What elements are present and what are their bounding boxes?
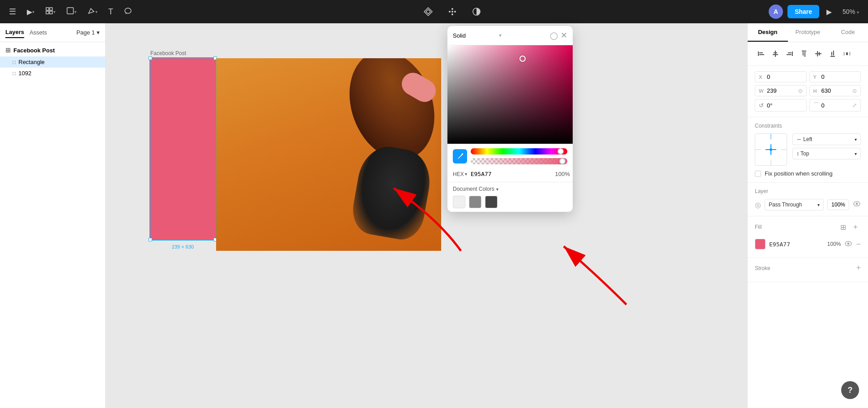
- page-label: Page 1: [77, 29, 95, 36]
- avatar-letter: A: [774, 8, 778, 15]
- frame-box[interactable]: 239 × 630: [150, 58, 441, 251]
- chevron-down-icon-ch: ▾: [855, 137, 857, 142]
- tab-design[interactable]: Design: [748, 23, 788, 42]
- hex-input[interactable]: [471, 171, 546, 177]
- constraint-h-select[interactable]: ↔ Left ▾: [792, 133, 861, 145]
- rect-selection[interactable]: 239 × 630: [150, 58, 215, 240]
- layer-item-rectangle[interactable]: □ Rectangle: [0, 56, 105, 68]
- align-right-button[interactable]: [783, 47, 796, 60]
- chevron-down-icon-blend: ▾: [817, 202, 820, 207]
- fill-opacity-value[interactable]: 100%: [827, 241, 841, 247]
- text-tool-button[interactable]: T: [105, 4, 117, 19]
- fill-add-button[interactable]: +: [850, 222, 861, 232]
- menu-button[interactable]: ☰: [5, 4, 20, 19]
- handle-bl[interactable]: [149, 238, 152, 241]
- hex-type-button[interactable]: HEX ▾: [453, 171, 467, 177]
- align-bottom-button[interactable]: [826, 47, 839, 60]
- svg-rect-31: [844, 52, 844, 56]
- grid-icon: ⊞: [5, 47, 11, 54]
- alpha-slider[interactable]: [471, 158, 567, 164]
- h-field: H ⊙: [809, 85, 861, 96]
- fill-color-swatch[interactable]: [755, 239, 766, 249]
- frame-tool-button[interactable]: ▾: [42, 4, 59, 20]
- y-input[interactable]: [821, 73, 857, 80]
- svg-rect-0: [46, 8, 49, 10]
- x-field: X: [755, 71, 807, 82]
- color-gradient[interactable]: [447, 45, 573, 144]
- w-input[interactable]: [767, 87, 796, 94]
- assets-tab[interactable]: Assets: [30, 27, 47, 38]
- size-label: 239 × 630: [150, 244, 215, 249]
- layer-group-facebook-post[interactable]: ⊞ Facebook Post: [0, 44, 105, 56]
- picker-style-icon[interactable]: ◯: [550, 31, 558, 40]
- fill-remove-button[interactable]: −: [856, 240, 861, 249]
- grid-icon-button[interactable]: [444, 4, 461, 19]
- picker-close-button[interactable]: ✕: [561, 30, 567, 40]
- component-icon-button[interactable]: [420, 4, 437, 19]
- align-center-h-button[interactable]: [769, 47, 782, 60]
- move-tool-button[interactable]: ▶ ▾: [23, 5, 38, 19]
- help-button[interactable]: ?: [841, 381, 859, 399]
- photo-area: [216, 58, 441, 251]
- right-panel: Design Prototype Code: [747, 23, 868, 408]
- layer-visibility-button[interactable]: [853, 200, 861, 210]
- layer-section: Layer ◎ Pass Through ▾ 100%: [748, 183, 868, 216]
- pen-icon: [87, 7, 95, 17]
- left-panel: Layers Assets Page 1 ▾ ⊞ Facebook Post □…: [0, 23, 106, 408]
- layer-opacity-value: 100%: [831, 202, 845, 208]
- constraint-v-select[interactable]: ↕ Top ▾: [792, 148, 861, 159]
- fill-grid-button[interactable]: ⊞: [838, 222, 848, 232]
- handle-tl[interactable]: [149, 56, 152, 60]
- tab-prototype[interactable]: Prototype: [788, 23, 828, 42]
- blend-mode-select[interactable]: Pass Through ▾: [765, 199, 824, 210]
- align-left-button[interactable]: [755, 47, 767, 60]
- zoom-button[interactable]: 50% ▾: [839, 5, 863, 18]
- swatch-1[interactable]: [453, 196, 465, 208]
- shape-tool-button[interactable]: ▾: [63, 4, 80, 20]
- svg-point-10: [451, 13, 453, 15]
- constraint-top-indicator: [771, 134, 771, 139]
- svg-rect-2: [46, 11, 49, 14]
- align-row: [755, 47, 861, 60]
- comment-tool-button[interactable]: [120, 4, 136, 20]
- link-icon: ⊙: [798, 88, 803, 94]
- gradient-handle[interactable]: [519, 56, 526, 62]
- svg-rect-21: [787, 54, 791, 55]
- pen-tool-button[interactable]: ▾: [84, 4, 101, 20]
- distribute-h-button[interactable]: [841, 47, 853, 60]
- constraint-selects: ↔ Left ▾ ↕ Top ▾: [792, 133, 861, 159]
- alpha-handle[interactable]: [559, 158, 566, 164]
- x-input[interactable]: [767, 73, 803, 80]
- fix-position-row[interactable]: Fix position when scrolling: [755, 170, 861, 177]
- fill-visibility-button[interactable]: [844, 240, 852, 249]
- align-middle-v-button[interactable]: [812, 47, 825, 60]
- doc-colors-label[interactable]: Document Colors ▾: [453, 186, 567, 192]
- h-input[interactable]: [821, 87, 851, 94]
- page-selector[interactable]: Page 1 ▾: [77, 29, 100, 36]
- link-icon-2: ⊙: [852, 88, 857, 94]
- swatch-3[interactable]: [485, 196, 498, 208]
- rotation-input[interactable]: [767, 102, 803, 109]
- picker-type-label: Solid: [453, 32, 496, 39]
- layer-tree: ⊞ Facebook Post □ Rectangle □ 1092: [0, 42, 105, 81]
- contrast-icon-button[interactable]: [468, 4, 485, 19]
- hue-slider[interactable]: [471, 148, 567, 155]
- stroke-add-button[interactable]: +: [856, 263, 861, 273]
- swatch-2[interactable]: [469, 196, 481, 208]
- corner-input[interactable]: [821, 102, 851, 109]
- layers-tab[interactable]: Layers: [5, 27, 24, 38]
- fill-section-icons: ⊞ +: [838, 222, 861, 232]
- eyedropper-button[interactable]: [453, 149, 467, 163]
- hue-handle[interactable]: [557, 148, 564, 155]
- fix-position-checkbox[interactable]: [755, 171, 761, 177]
- tab-code[interactable]: Code: [828, 23, 868, 42]
- layer-item-label-2: 1092: [18, 70, 31, 77]
- share-button[interactable]: Share: [787, 5, 819, 18]
- play-button[interactable]: ▶: [824, 5, 834, 19]
- layer-item-1092[interactable]: □ 1092: [0, 68, 105, 79]
- doc-colors-text: Document Colors: [453, 186, 494, 192]
- opacity-input[interactable]: [550, 171, 570, 177]
- align-top-button[interactable]: [798, 47, 810, 60]
- fill-hex-value[interactable]: E95A77: [769, 241, 824, 248]
- avatar-button[interactable]: A: [769, 4, 783, 19]
